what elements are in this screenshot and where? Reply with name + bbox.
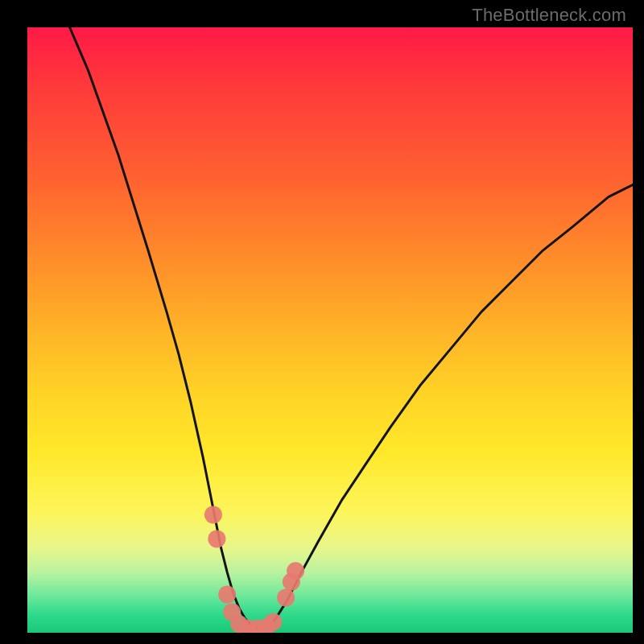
watermark-text: TheBottleneck.com bbox=[472, 5, 626, 26]
chart-frame: TheBottleneck.com bbox=[0, 0, 644, 644]
curve-marker bbox=[264, 613, 282, 631]
marker-group bbox=[204, 506, 304, 633]
curve-marker bbox=[208, 530, 225, 547]
plot-area bbox=[27, 27, 633, 633]
bottleneck-curve bbox=[70, 27, 633, 629]
curve-marker bbox=[277, 588, 295, 606]
chart-overlay bbox=[27, 27, 633, 633]
curve-marker bbox=[287, 562, 304, 580]
curve-marker bbox=[204, 506, 222, 523]
curve-marker bbox=[218, 586, 236, 604]
